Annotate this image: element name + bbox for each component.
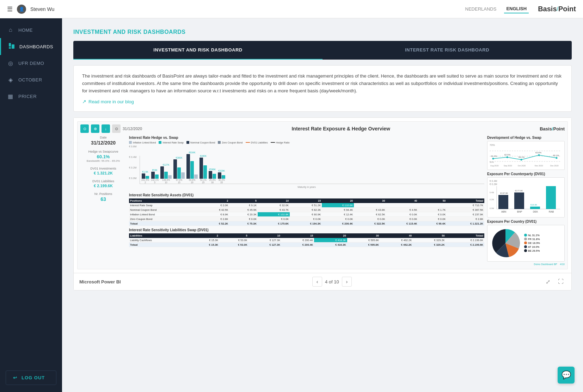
legend-fr: FR 31.8% [524, 238, 540, 241]
chart-date: 31/12/2020 [123, 127, 142, 131]
description-box: The investment and risk dashboards of Ba… [73, 65, 572, 112]
legend-ir-swap: Interest Rate Swap [159, 141, 184, 144]
country-pie-chart [490, 227, 521, 259]
preview-inner: ⊙ ⊕ ↓ ⊙ 31/12/2020 Interest Rate Exposur… [74, 118, 571, 273]
dev-hedge-section: Development of Hedge vs. Swap 70% [487, 136, 565, 170]
logout-label: LOG OUT [22, 375, 45, 380]
col-10: 10 [258, 198, 290, 203]
logout-icon: ↩ [13, 375, 17, 380]
nav-next-button[interactable]: › [342, 277, 352, 287]
svg-point-8 [521, 159, 522, 161]
sidebar-pricer-label: PRICER [18, 94, 37, 99]
svg-text:63.8%: 63.8% [535, 152, 542, 154]
assets-table: Positions 2 5 10 15 20 30 40 [129, 198, 484, 226]
legend-at: AT 16.0% [524, 245, 540, 249]
powerbi-footer: Microsoft Power BI ‹ 4 of 10 › ⤢ ⛶ [74, 273, 571, 290]
svg-text:0.0M: 0.0M [490, 207, 494, 209]
legend-de: DE 18.9% [524, 241, 540, 245]
chat-icon: 💬 [561, 370, 571, 380]
user-avatar: 👤 [17, 5, 26, 14]
tab-interest-rate[interactable]: INTEREST RATE RISK DASHBOARD [323, 41, 572, 60]
table-row: Nominal Coupon Bond€ 42.5K€ 45.9K€ 43.7K… [129, 208, 484, 212]
liab-col-positions: Liabilities [129, 233, 190, 238]
nav-page-label: 4 of 10 [325, 279, 339, 284]
sidebar-item-ufr[interactable]: ◎ UFR DEMO [0, 55, 62, 72]
legend-dv01: DV01 Liabilities [246, 141, 268, 144]
table-row-total: Totaal€ 15.3K€ 53.0K€ 127.3K€ 200.4K€ 41… [129, 243, 484, 247]
hamburger-menu[interactable]: ☰ [7, 5, 13, 13]
sidebar-item-home[interactable]: ⌂ HOME [0, 22, 62, 38]
svg-point-10 [556, 157, 558, 159]
col-positions: Positions [129, 198, 201, 203]
chat-button[interactable]: 💬 [558, 367, 575, 384]
download-icon[interactable]: ⊕ [91, 124, 99, 133]
svg-rect-30 [546, 186, 556, 209]
lang-english[interactable]: ENGLISH [504, 5, 529, 13]
nav-prev-button[interactable]: ‹ [312, 277, 322, 287]
liab-table-section: Interest Rate Sensitivity Liabilities Sw… [129, 228, 484, 247]
arrow-icon[interactable]: ↓ [102, 124, 110, 133]
table-row: Liability Cashflows€ 15.3K€ 53.0K€ 127.3… [129, 238, 484, 243]
powerbi-brand: Microsoft Power BI [79, 279, 121, 284]
hedge-value: 60.1% [80, 154, 126, 159]
date-value: 31/12/2020 [80, 140, 126, 146]
svg-text:59.1%: 59.1% [518, 156, 525, 158]
center-panel: Interest Rate Hedge vs. Swap Inflation L… [129, 136, 484, 265]
liab-table: Liabilities 2510 152030 4050Totaal [129, 233, 484, 247]
sidebar-home-label: HOME [18, 27, 33, 33]
logo-text-2: Point [558, 5, 576, 13]
dv01-inv-value: € 1.321.2K [80, 171, 126, 175]
chart-grid: Date 31/12/2020 Hedge vs Swapcurve 60.1%… [80, 136, 565, 265]
lang-nederlands[interactable]: NEDERLANDS [463, 5, 499, 13]
sidebar-dashboards-label: DASHBOARDS [19, 44, 53, 49]
legend-inflation: Inflation Linked Bond [129, 141, 156, 144]
filter-icon[interactable]: ⊙ [80, 124, 89, 133]
username-label: Steven Wu [30, 6, 54, 12]
svg-text:50%: 50% [490, 161, 494, 163]
settings-icon[interactable]: ⊙ [112, 124, 121, 133]
col-15: 15 [290, 198, 322, 203]
footer-actions: ⤢ ⛶ [543, 277, 566, 287]
fullscreen-button[interactable]: ⛶ [556, 277, 566, 287]
svg-text:Sep 2020: Sep 2020 [504, 165, 512, 167]
chart-logo: Basis/Point [540, 126, 565, 131]
sidebar: ⌂ HOME DASHBOARDS ◎ UFR DEMO ◈ OCTOBER ▦… [0, 18, 62, 392]
right-panel: Development of Hedge vs. Swap 70% [487, 136, 565, 265]
svg-text:Aug 2020: Aug 2020 [490, 165, 499, 167]
country-title: Exposure Per Country (DV01) [487, 220, 565, 223]
logout-button[interactable]: ↩ LOG OUT [6, 370, 56, 385]
svg-text:€333.1K: €333.1K [546, 186, 554, 187]
svg-text:€16.0K: €16.0K [530, 204, 537, 206]
svg-text:ABN: ABN [501, 210, 506, 213]
pricer-icon: ▦ [7, 93, 14, 100]
svg-text:0.2M: 0.2M [490, 198, 494, 201]
nav-controls: ‹ 4 of 10 › [312, 277, 352, 287]
sidebar-item-dashboards[interactable]: DASHBOARDS [0, 38, 62, 55]
table-row-total: Totaal€ 52.2K€ 75.3K€ 175.6K€ 194.3K€ 20… [129, 221, 484, 226]
metric-dv01-liab: DV01 Liabilities € 2.199.6K [80, 179, 126, 188]
col-5: 5 [229, 198, 258, 203]
sidebar-item-pricer[interactable]: ▦ PRICER [0, 88, 62, 105]
col-totaal: Totaal [447, 198, 484, 203]
svg-point-6 [492, 158, 494, 160]
pie-legend: NL 31.2% FR 31.8% DE 18.9% [524, 234, 540, 253]
share-button[interactable]: ⤢ [543, 277, 553, 287]
svg-text:61.2%: 61.2% [491, 155, 497, 157]
svg-text:60.1%: 60.1% [553, 154, 559, 157]
tab-investment-risk[interactable]: INVESTMENT AND RISK DASHBOARD [73, 41, 323, 60]
country-section: Exposure Per Country (DV01) [487, 220, 565, 265]
nav-left: ☰ 👤 Steven Wu [7, 5, 54, 14]
sidebar-item-october[interactable]: ◈ OCTOBER [0, 72, 62, 88]
dv01-liab-value: € 2.199.6K [80, 184, 126, 188]
main-layout: ⌂ HOME DASHBOARDS ◎ UFR DEMO ◈ OCTOBER ▦… [0, 18, 583, 392]
svg-text:€177.0K: €177.0K [515, 190, 523, 192]
counterparty-title: Exposure Per Counterparty (DV01) [487, 172, 565, 176]
col-20: 20 [322, 198, 354, 203]
assets-table-section: Interest Rate Sensitivity Assets (DV01) … [129, 193, 484, 226]
svg-point-7 [507, 157, 508, 158]
hedge-swap-section: Interest Rate Hedge vs. Swap Inflation L… [129, 136, 484, 191]
hedge-swap-title: Interest Rate Hedge vs. Swap [129, 136, 484, 140]
metric-date: Date 31/12/2020 [80, 136, 126, 146]
hedge-sub: Bandwidth: 55.0% - 65.0% [80, 159, 126, 163]
blog-link[interactable]: ↗ Read more in our blog [82, 99, 563, 104]
